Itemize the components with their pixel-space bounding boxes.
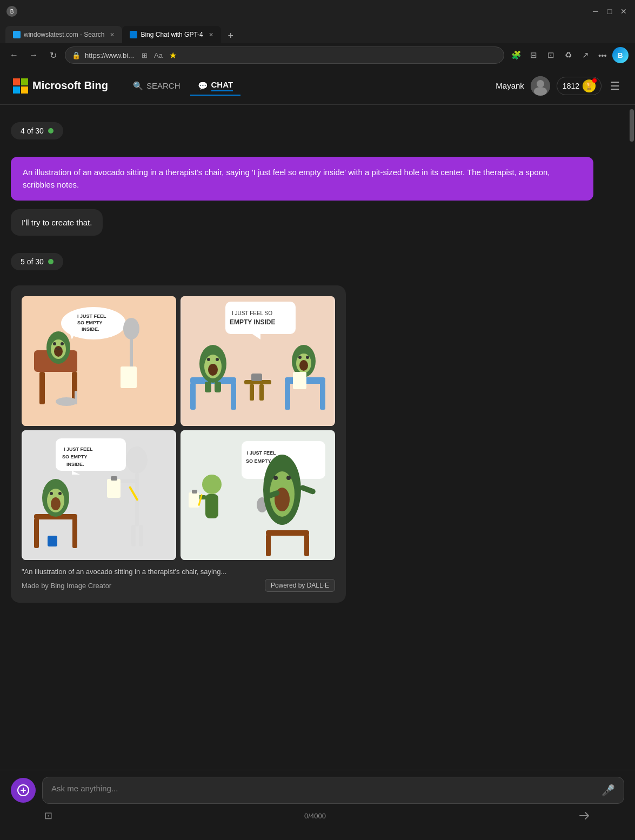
send-icon	[578, 810, 590, 822]
svg-rect-95	[189, 492, 199, 508]
svg-point-25	[56, 397, 77, 406]
nav-search[interactable]: 🔍 SEARCH	[125, 77, 188, 95]
image-input-button[interactable]: ⊡	[42, 808, 55, 824]
tab1-close[interactable]: ✕	[110, 31, 115, 38]
notification-dot	[592, 78, 597, 83]
svg-point-22	[123, 318, 139, 339]
input-placeholder: Ask me anything...	[51, 784, 118, 793]
microphone-button[interactable]: 🎤	[601, 784, 615, 797]
online-indicator-2	[48, 259, 54, 264]
bot-response: I'll try to create that.	[11, 209, 103, 236]
extensions-button[interactable]: 🧩	[509, 48, 524, 63]
bing-logo-text: Microsoft Bing	[32, 79, 108, 92]
grid-icon: ⊞	[142, 51, 148, 59]
star-icon: ★	[169, 50, 177, 61]
chat-input-box[interactable]: Ask me anything... 🎤	[42, 777, 624, 804]
sidebar-button[interactable]: ⊟	[526, 48, 541, 63]
svg-text:I JUST FEEL: I JUST FEEL	[247, 450, 276, 456]
maximize-button[interactable]: □	[605, 6, 614, 16]
image-grid: I JUST FEEL SO EMPTY INSIDE.	[22, 296, 335, 560]
svg-text:I JUST FEEL: I JUST FEEL	[77, 314, 106, 319]
bing-logo: Microsoft Bing	[13, 78, 108, 94]
url-bar[interactable]: 🔒 https://www.bi... ⊞ Aa ★	[65, 46, 504, 64]
back-button[interactable]: ←	[6, 48, 22, 63]
close-button[interactable]: ✕	[619, 6, 629, 16]
user-name: Mayank	[496, 81, 524, 90]
svg-rect-34	[231, 383, 236, 410]
svg-rect-63	[72, 518, 77, 548]
toolbar-icons: 🧩 ⊟ ⊡ ♻ ↗ ••• B	[509, 47, 629, 63]
hamburger-button[interactable]: ☰	[608, 77, 622, 95]
svg-point-47	[299, 360, 308, 371]
profile-avatar[interactable]: B	[612, 47, 629, 63]
tab-2[interactable]: Bing Chat with GPT-4 ✕	[122, 26, 220, 43]
scrollbar-thumb[interactable]	[630, 109, 634, 142]
tab2-label: Bing Chat with GPT-4	[141, 31, 203, 38]
svg-point-38	[207, 358, 210, 361]
svg-point-66	[51, 497, 61, 510]
svg-rect-50	[293, 372, 306, 389]
svg-point-89	[286, 476, 291, 480]
generated-image-2[interactable]: I JUST FEEL SO EMPTY INSIDE	[181, 296, 335, 426]
svg-point-88	[273, 476, 278, 480]
user-avatar[interactable]	[531, 76, 550, 96]
counter2-wrapper: 5 of 30	[11, 244, 624, 279]
address-bar: ← → ↻ 🔒 https://www.bi... ⊞ Aa ★ 🧩 ⊟ ⊡ ♻…	[0, 43, 635, 67]
user-message: An illustration of an avocado sitting in…	[11, 157, 593, 201]
svg-rect-44	[320, 383, 325, 410]
read-icon: Aa	[154, 51, 163, 59]
refresh-button[interactable]: ↻	[45, 48, 61, 63]
send-button[interactable]	[576, 807, 593, 824]
svg-text:I JUST FEEL: I JUST FEEL	[64, 446, 93, 452]
svg-text:SO EMPTY: SO EMPTY	[77, 320, 103, 325]
svg-rect-3	[21, 86, 28, 94]
app-icon: B	[6, 6, 17, 17]
svg-rect-93	[205, 494, 218, 518]
image-footer: Made by Bing Image Creator Powered by DA…	[22, 579, 335, 592]
svg-rect-43	[285, 383, 290, 410]
online-indicator-1	[48, 128, 54, 134]
generated-image-1[interactable]: I JUST FEEL SO EMPTY INSIDE.	[22, 296, 176, 426]
microsoft-logo-icon	[13, 78, 28, 94]
tab2-close[interactable]: ✕	[209, 31, 213, 38]
tab1-label: windowslatest.com - Search	[24, 31, 104, 38]
tab2-favicon	[130, 31, 137, 38]
svg-rect-41	[215, 382, 221, 392]
svg-rect-100	[304, 535, 309, 556]
share-button[interactable]: ↗	[578, 48, 593, 63]
trophy-icon: 🏆	[583, 79, 596, 92]
chat-nav-icon: 💬	[198, 81, 208, 91]
generated-image-4[interactable]: I JUST FEEL SO EMPTY INSIDE!	[181, 430, 335, 560]
svg-rect-28	[225, 302, 296, 334]
svg-rect-1	[21, 78, 28, 85]
collections-button[interactable]: ⊡	[543, 48, 558, 63]
new-chat-button[interactable]	[11, 778, 36, 803]
dalle-badge: Powered by DALL·E	[265, 579, 335, 592]
search-nav-label: SEARCH	[146, 81, 181, 90]
chat-plus-icon	[17, 784, 30, 797]
svg-rect-99	[266, 535, 271, 556]
svg-rect-33	[190, 383, 196, 410]
tab-1[interactable]: windowslatest.com - Search ✕	[5, 26, 122, 43]
svg-rect-71	[118, 479, 137, 483]
browser-chrome: B ─ □ ✕ windowslatest.com - Search ✕ Bin…	[0, 0, 635, 67]
svg-point-15	[53, 342, 56, 345]
input-area: Ask me anything... 🎤 ⊡ 0/4000	[0, 770, 635, 840]
scrollbar-area[interactable]	[629, 105, 635, 770]
generated-image-3[interactable]: I JUST FEEL SO EMPTY INSIDE.	[22, 430, 176, 560]
nav-chat[interactable]: 💬 CHAT	[190, 76, 241, 96]
svg-rect-62	[34, 518, 39, 548]
window-controls[interactable]: ─ □ ✕	[591, 6, 629, 16]
more-button[interactable]: •••	[595, 48, 610, 63]
sync-button[interactable]: ♻	[560, 48, 576, 63]
points-value: 1812	[563, 82, 579, 90]
svg-rect-2	[13, 86, 20, 94]
chat-content: 4 of 30 An illustration of an avocado si…	[0, 105, 635, 770]
minimize-button[interactable]: ─	[591, 6, 600, 16]
svg-point-6	[534, 87, 547, 96]
svg-text:I JUST FEEL SO: I JUST FEEL SO	[232, 310, 272, 316]
svg-rect-52	[250, 384, 254, 401]
new-tab-button[interactable]: +	[223, 28, 238, 43]
forward-button[interactable]: →	[26, 48, 41, 63]
search-nav-icon: 🔍	[133, 81, 143, 91]
